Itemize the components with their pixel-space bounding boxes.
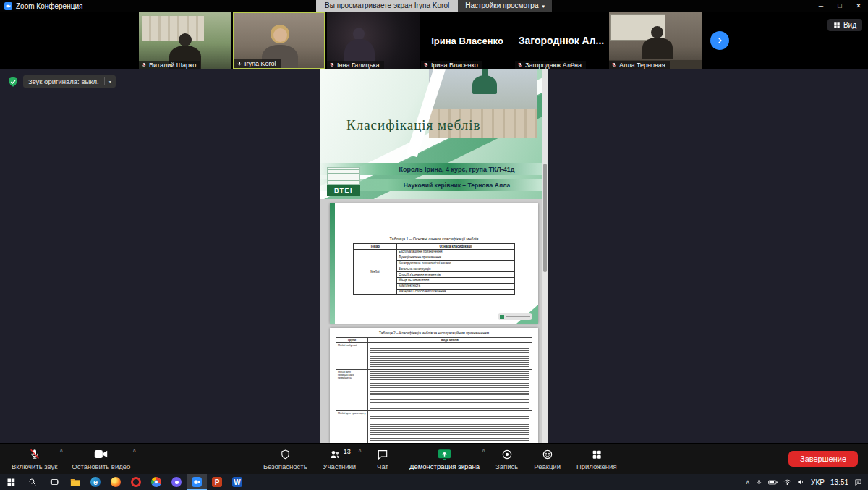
view-settings-label: Настройки просмотра	[465, 1, 538, 9]
table-header-cell: Товар	[354, 244, 397, 250]
network-icon[interactable]	[783, 478, 791, 486]
security-button[interactable]: Безопасность	[258, 446, 313, 472]
video-background	[142, 16, 204, 41]
mic-muted-icon	[423, 62, 429, 68]
firefox-icon	[111, 477, 121, 487]
taskbar-app-viber[interactable]	[166, 474, 187, 490]
reactions-label: Реакции	[534, 462, 561, 470]
participants-button[interactable]: ∧ 13 Участники	[318, 446, 362, 472]
grid-view-icon	[833, 22, 841, 29]
clock[interactable]: 13:51	[830, 478, 848, 486]
taskbar-app-word[interactable]: W	[227, 474, 247, 490]
windows-logo-icon	[7, 478, 15, 486]
taskbar-app-opera[interactable]	[126, 474, 146, 490]
taskbar-app-chrome[interactable]	[146, 474, 166, 490]
record-button[interactable]: Запись	[490, 446, 524, 472]
participant-name-label: Виталий Шарко	[139, 61, 200, 69]
taskbar-app-file-explorer[interactable]	[65, 474, 85, 490]
task-view-button[interactable]	[43, 474, 65, 490]
audio-options-chevron[interactable]: ∧	[59, 447, 63, 453]
taskbar-app-edge[interactable]: e	[85, 474, 106, 490]
window-controls: ─ □ ✕	[812, 0, 868, 12]
search-button[interactable]	[22, 474, 43, 490]
edge-icon: e	[90, 477, 101, 487]
logo-square	[500, 315, 504, 319]
close-button[interactable]: ✕	[849, 0, 868, 12]
powerpoint-icon: P	[212, 477, 222, 487]
search-icon	[28, 478, 37, 486]
record-label: Запись	[495, 462, 518, 470]
participant-name: Інна Галицька	[337, 62, 380, 69]
table-cell: Матеріал і спосіб виготовлення	[397, 289, 515, 295]
word-icon: W	[232, 477, 242, 487]
mic-icon	[237, 61, 242, 67]
share-screen-button[interactable]: ∧ Демонстрация экрана	[404, 446, 485, 472]
apps-grid-icon	[591, 449, 603, 460]
original-sound-toggle[interactable]: Звук оригинала: выкл. ▾	[23, 75, 116, 88]
taskbar-app-firefox[interactable]	[106, 474, 126, 490]
chevron-down-icon[interactable]: ▾	[105, 79, 116, 84]
action-center-button[interactable]	[854, 478, 862, 486]
participants-icon	[328, 449, 341, 460]
slide-footer-logo	[498, 313, 532, 320]
original-sound-label: Звук оригинала: выкл.	[23, 77, 104, 85]
share-options-chevron[interactable]: ∧	[482, 447, 485, 453]
view-layout-button[interactable]: Вид	[827, 19, 862, 31]
record-icon	[501, 449, 513, 460]
next-participants-button[interactable]	[710, 31, 729, 50]
window-title: Zoom Конференция	[16, 2, 82, 10]
participant-tile[interactable]: Інна Галицька	[327, 12, 420, 69]
viewing-screen-banner: Вы просматриваете экран Iryna Korol	[316, 0, 458, 12]
table-cell	[368, 411, 532, 444]
classification-table: Товар Ознака класифікації Меблі Експлуат…	[353, 243, 515, 295]
participant-tile[interactable]: Ірина Власенко Ірина Власенко	[421, 12, 514, 69]
maximize-button[interactable]: □	[830, 0, 849, 12]
zoom-icon	[192, 477, 202, 487]
participant-tile-active-speaker[interactable]: Iryna Korol	[233, 12, 326, 69]
stop-video-label: Остановить видео	[72, 462, 130, 470]
chat-button[interactable]: Чат	[366, 446, 399, 472]
table-group-cell: Меблі	[354, 249, 397, 295]
unmute-button[interactable]: ∧ Включить звук	[6, 446, 63, 472]
video-camera-icon	[94, 449, 108, 460]
table-cell: Спосіб з'єднання елементів	[397, 272, 515, 278]
building-dome	[472, 75, 497, 94]
toolbar-center-group: Безопасность ∧ 13 Участники Чат ∧ Демонс…	[258, 444, 623, 474]
minimize-button[interactable]: ─	[812, 0, 830, 12]
taskbar-app-powerpoint[interactable]: P	[207, 474, 227, 490]
hidden-icons-chevron[interactable]: ∧	[746, 478, 751, 486]
participant-silhouette	[179, 33, 192, 46]
start-button[interactable]	[0, 474, 22, 490]
chevron-down-icon: ▾	[542, 4, 545, 9]
presentation-scrollbar	[542, 69, 548, 443]
viber-icon	[171, 477, 182, 487]
system-tray: ∧ УКР 13:51	[746, 478, 868, 486]
participant-name: Загороднюк Алёна	[525, 62, 582, 69]
participant-name: Виталий Шарко	[149, 62, 196, 69]
title-bar-center: Вы просматриваете экран Iryna Korol Наст…	[316, 0, 552, 12]
taskbar-app-zoom-active[interactable]	[187, 474, 207, 490]
participant-tile[interactable]: Алла Терновая	[609, 12, 702, 69]
participant-tile[interactable]: Загороднюк Ал... Загороднюк Алёна	[515, 12, 608, 69]
apps-button[interactable]: Приложения	[571, 446, 623, 472]
language-indicator[interactable]: УКР	[811, 478, 825, 486]
microphone-tray-icon[interactable]	[756, 478, 762, 486]
volume-icon[interactable]	[797, 478, 805, 486]
participants-options-chevron[interactable]: ∧	[358, 447, 362, 453]
view-settings-dropdown[interactable]: Настройки просмотра▾	[458, 0, 552, 12]
video-options-chevron[interactable]: ∧	[132, 447, 136, 453]
chat-icon	[377, 449, 388, 460]
shield-icon	[280, 449, 291, 460]
end-meeting-button[interactable]: Завершение	[788, 451, 858, 467]
slide-title: Класифікація меблів	[346, 117, 480, 133]
participant-tile[interactable]: Виталий Шарко	[139, 12, 231, 69]
smiley-icon	[542, 449, 553, 460]
participant-name: Iryna Korol	[244, 60, 276, 67]
chevron-right-icon	[715, 36, 724, 45]
battery-icon[interactable]	[768, 479, 778, 486]
reactions-button[interactable]: Реакции	[528, 446, 566, 472]
stop-video-button[interactable]: ∧ Остановить видео	[66, 446, 136, 472]
unmute-label: Включить звук	[12, 462, 57, 470]
presentation-slide-title: Класифікація меблів Король Ірина, 4 курс…	[320, 69, 542, 199]
table2-caption: Таблиця 2 – Класифікація меблів за експл…	[330, 331, 538, 335]
